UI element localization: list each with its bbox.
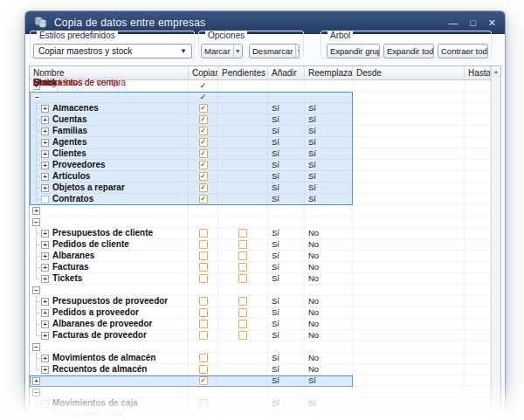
expand-icon[interactable]: +	[41, 173, 49, 181]
maximize-button[interactable]: □	[470, 17, 476, 29]
name-cell[interactable]: +Proveedores	[30, 160, 189, 171]
table-row[interactable]: +Series	[30, 205, 491, 217]
copiar-checkbox[interactable]: ✓	[199, 172, 208, 181]
chevron-down-icon[interactable]: ▼	[295, 45, 300, 58]
expand-icon[interactable]: +	[41, 366, 49, 374]
name-cell[interactable]: +Cuentas	[30, 114, 189, 126]
estilos-combobox[interactable]: Copiar maestros y stock ▼	[33, 44, 192, 59]
name-cell[interactable]: −Cartera	[30, 387, 189, 398]
copiar-checkbox[interactable]: ✓	[199, 104, 208, 113]
name-cell[interactable]: +Tickets	[30, 273, 189, 285]
table-row[interactable]: +AlbaranesSíNo	[30, 251, 491, 262]
desmarcar-button[interactable]: Desmarcar ▼	[249, 44, 300, 59]
table-row[interactable]: +Pedidos a proveedorSíNo	[30, 307, 491, 319]
copiar-checkbox[interactable]: ✓	[199, 376, 208, 385]
pendientes-checkbox[interactable]	[238, 229, 247, 238]
copiar-checkbox[interactable]	[199, 410, 208, 419]
marcar-button[interactable]: Marcar ▼	[201, 44, 243, 59]
name-cell[interactable]: −Documentos de venta	[30, 217, 189, 228]
name-cell[interactable]: Vales pendientes	[30, 410, 189, 420]
copiar-checkbox[interactable]	[199, 274, 208, 283]
pendientes-checkbox[interactable]	[238, 297, 247, 306]
name-cell[interactable]: +Agentes	[30, 137, 189, 148]
expand-icon[interactable]: +	[41, 355, 49, 362]
copiar-checkbox[interactable]	[199, 331, 208, 340]
name-cell[interactable]: +Albaranes	[30, 251, 189, 262]
table-row[interactable]: +Familias✓SíSí	[30, 126, 491, 137]
name-cell[interactable]: −Documentos de compra	[30, 285, 189, 296]
name-cell[interactable]: +Pedidos a proveedor	[30, 307, 189, 319]
table-row[interactable]: Movimientos de cajaSíSí	[30, 398, 491, 410]
scrollbar[interactable]: ▲	[491, 66, 500, 420]
expand-icon[interactable]: +	[41, 150, 49, 158]
name-cell[interactable]: Contratos	[30, 194, 189, 205]
table-row[interactable]: +Stock✓SíSí	[30, 375, 491, 387]
name-cell[interactable]: +Pedidos de cliente	[30, 239, 189, 251]
copiar-checkbox[interactable]	[199, 297, 208, 306]
name-cell[interactable]: +Stock	[30, 375, 189, 387]
table-row[interactable]: Contratos✓SíSí	[30, 194, 491, 205]
table-row[interactable]: Vales pendientesSíSí	[30, 410, 491, 420]
expand-icon[interactable]: +	[41, 139, 49, 147]
copiar-checkbox[interactable]	[199, 399, 208, 408]
copiar-checkbox[interactable]: ✓	[199, 115, 208, 124]
name-cell[interactable]: +Facturas	[30, 262, 189, 273]
table-row[interactable]: +Albaranes de proveedorSíNo	[30, 319, 491, 330]
expand-icon[interactable]: +	[41, 116, 49, 124]
column-header-anadir[interactable]: Añadir	[268, 66, 305, 79]
table-row[interactable]: +Artículos✓SíSí	[30, 171, 491, 182]
contraer-todo-button[interactable]: Contraer todo	[438, 44, 488, 59]
copiar-checkbox[interactable]	[199, 320, 208, 328]
table-row[interactable]: +Presupuestos de proveedorSíNo	[30, 296, 491, 307]
expand-icon[interactable]: +	[32, 377, 40, 385]
expand-icon[interactable]: +	[41, 184, 49, 192]
expand-icon[interactable]: +	[41, 320, 49, 328]
collapse-icon[interactable]: −	[32, 343, 40, 351]
table-row[interactable]: +Proveedores✓SíSí	[30, 160, 491, 171]
close-button[interactable]: ✕	[488, 17, 496, 29]
pendientes-checkbox[interactable]	[238, 240, 247, 249]
expand-icon[interactable]: +	[41, 298, 49, 306]
table-row[interactable]: +Facturas de proveedorSíNo	[30, 330, 491, 341]
column-header-desde[interactable]: Desde	[353, 66, 465, 79]
expand-icon[interactable]: +	[41, 230, 49, 238]
expand-icon[interactable]: +	[41, 332, 49, 340]
copiar-checkbox[interactable]: ✓	[199, 149, 208, 158]
copiar-checkbox[interactable]: ✓	[199, 195, 208, 203]
name-cell[interactable]: +Objetos a reparar	[30, 182, 189, 194]
table-row[interactable]: +Presupuestos de clienteSíNo	[30, 228, 491, 239]
expand-icon[interactable]: +	[41, 252, 49, 260]
name-cell[interactable]: +Recuentos de almacén	[30, 364, 189, 375]
column-header-copiar[interactable]: Copiar	[189, 66, 218, 79]
table-row[interactable]: +Movimientos de almacénSíNo	[30, 353, 491, 364]
table-row[interactable]: +TicketsSíNo	[30, 273, 491, 285]
copiar-checkbox[interactable]	[199, 308, 208, 317]
name-cell[interactable]: Movimientos de caja	[30, 398, 189, 410]
expand-icon[interactable]: +	[41, 105, 49, 113]
expand-icon[interactable]: +	[41, 127, 49, 135]
name-cell[interactable]: +Clientes	[30, 148, 189, 160]
chevron-down-icon[interactable]: ▼	[233, 45, 242, 58]
table-row[interactable]: −Movimientos	[30, 341, 491, 353]
minimize-button[interactable]: —	[448, 17, 458, 29]
name-cell[interactable]: +Familias	[30, 126, 189, 137]
expand-icon[interactable]: +	[41, 309, 49, 317]
table-row[interactable]: +Pedidos de clienteSíNo	[30, 239, 491, 251]
pendientes-checkbox[interactable]	[238, 308, 247, 317]
name-cell[interactable]: +Movimientos de almacén	[30, 353, 189, 364]
table-row[interactable]: +Objetos a reparar✓SíSí	[30, 182, 491, 194]
table-row[interactable]: +Recuentos de almacénSíNo	[30, 364, 491, 375]
expand-icon[interactable]: +	[41, 162, 49, 169]
scroll-up-icon[interactable]: ▲	[492, 66, 500, 77]
copiar-checkbox[interactable]	[199, 365, 208, 374]
expandir-grupos-button[interactable]: Expandir grupos	[327, 44, 380, 59]
copiar-checkbox[interactable]	[199, 251, 208, 260]
collapse-icon[interactable]: −	[32, 389, 40, 396]
table-row[interactable]: +Clientes✓SíSí	[30, 148, 491, 160]
table-row[interactable]: −Cartera	[30, 387, 491, 398]
copiar-checkbox[interactable]	[199, 354, 208, 362]
expand-icon[interactable]: +	[41, 264, 49, 272]
pendientes-checkbox[interactable]	[238, 274, 247, 283]
collapse-icon[interactable]: −	[32, 218, 40, 226]
column-header-pendientes[interactable]: Pendientes	[218, 66, 268, 79]
